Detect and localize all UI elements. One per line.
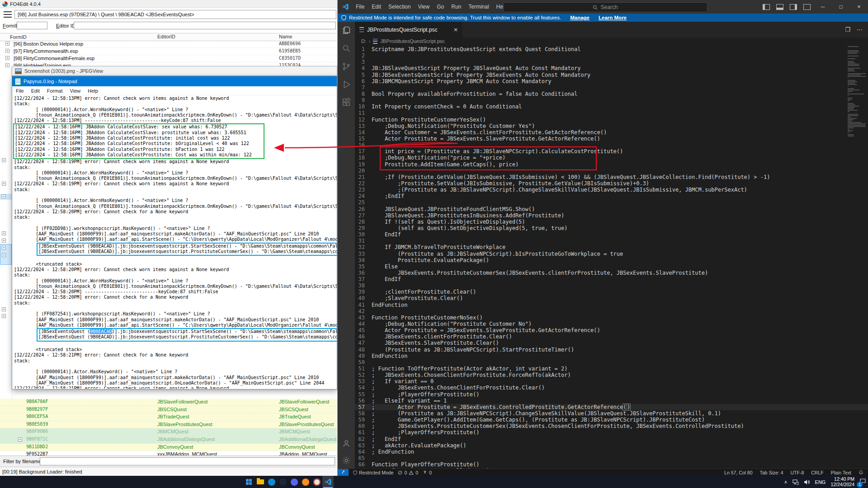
close-button[interactable]: × [850, 0, 868, 14]
code-line[interactable]: 23 ;(Prostitute as JB:JBSlaveNPCScript).… [355, 187, 868, 193]
code-line[interactable]: 40 ;SlaveProstitute.Clear() [355, 295, 868, 301]
taskbar-icon-start[interactable] [243, 476, 255, 488]
cursor-position[interactable]: Ln 57, Col 80 [724, 470, 752, 475]
command-center-search[interactable]: Search [503, 2, 708, 12]
customize-layout-icon[interactable] [803, 4, 811, 10]
code-line[interactable]: 58; (Prostitute as JB:JBSlaveNPCScript).… [355, 410, 868, 417]
table-row[interactable]: +[97] FlirtyCommonwealth.esp61958EB5 [0, 48, 337, 55]
taskbar-icon-firefox[interactable] [300, 476, 311, 488]
code-line[interactable]: 1Scriptname JB:JBProstitutesQuestScript … [355, 46, 868, 52]
volume-icon[interactable] [804, 479, 810, 485]
tray-expand-icon[interactable]: ∧ [784, 479, 787, 484]
code-line[interactable]: 41EndFunction [355, 302, 868, 308]
code-line[interactable]: 22 ;Prostitute.SetValue(JBIsSubmissive, … [355, 180, 868, 187]
menu-item-file[interactable]: File [12, 88, 28, 94]
code-line[interactable]: 27 JBSlaveQuest.JBProstitutesInBusiness.… [355, 212, 868, 219]
clock[interactable]: 12:40 PM 12/24/2024 [830, 477, 854, 487]
code-line[interactable]: 37 EndIf [355, 276, 868, 282]
code-line[interactable]: 46 JBSexEvents.clientForProstitute.Clear… [355, 333, 868, 340]
menu-file[interactable]: File [352, 4, 368, 10]
expander-icon[interactable]: + [5, 56, 9, 60]
table-row[interactable]: +[98] FlirtyCommonwealthFemale.espC83501… [0, 55, 337, 62]
input-language[interactable]: ENG [815, 479, 826, 485]
expander-icon[interactable]: + [18, 437, 22, 441]
table-row[interactable]: +9B0F871CJBAdditionalDialogsQuestJBAddit… [0, 436, 337, 444]
source-control-icon[interactable] [341, 61, 351, 71]
settings-gear-icon[interactable] [341, 455, 351, 465]
code-line[interactable]: 60; JBSexEvents.ProstituteCustomerSex(JB… [355, 423, 868, 429]
code-line[interactable]: 11 [355, 110, 868, 116]
formid-input[interactable] [17, 22, 47, 29]
code-line[interactable]: 26 JBSlaveQuest.JBProstituteFoundClientM… [355, 206, 868, 212]
menu-view[interactable]: View [414, 4, 433, 10]
code-line[interactable]: 56; ElseIf variant == 1 [355, 398, 868, 404]
code-line[interactable]: 52; JBSexEvents.ChosenClientForProstitut… [355, 372, 868, 378]
restricted-mode-badge[interactable]: Restricted Mode [353, 470, 393, 475]
code-line[interactable]: 30 EndIf [355, 231, 868, 238]
taskbar-icon-file-explorer[interactable] [255, 476, 266, 488]
action-center-icon[interactable]: 1 [859, 478, 866, 486]
code-line[interactable]: 38 [355, 282, 868, 289]
code-line[interactable]: 63; akActor.EvaluatePackage() [355, 442, 868, 449]
code-line[interactable]: 12Function ProstituteCustomerYesSex() [355, 117, 868, 123]
code-line[interactable]: 6JB:JBMCMQuestScript Property JBMCM Auto… [355, 78, 868, 84]
menu-item-help[interactable]: Help [84, 88, 102, 94]
code-line[interactable]: 64; EndFunction [355, 449, 868, 455]
code-line[interactable]: 7 [355, 84, 868, 91]
tab-jbprostitutesquestscript[interactable]: JBProstitutesQuestScript.psc ✕ [355, 22, 463, 38]
editorid-input[interactable] [74, 22, 336, 29]
encoding[interactable]: UTF-8 [790, 470, 804, 475]
code-line[interactable]: 45 Actor Prostitute = JBSexEvents.SlaveP… [355, 327, 868, 333]
search-sidebar-icon[interactable] [341, 43, 351, 53]
expander-icon[interactable]: + [2, 253, 6, 257]
code-line[interactable]: 50 [355, 359, 868, 366]
code-line[interactable]: 36 JBSexEvents.ProstituteCustomerSex(JBS… [355, 270, 868, 276]
more-actions-icon[interactable]: ⋯ [857, 26, 863, 33]
code-line[interactable]: 5JB:JBSexEventsQuestScript Property JBSe… [355, 72, 868, 78]
manage-link[interactable]: Manage [570, 15, 590, 20]
code-line[interactable]: 24 ;EndIf [355, 193, 868, 199]
expander-icon[interactable]: + [2, 307, 6, 311]
table-row[interactable]: 9B0CEF5AJBTradeQuestJBTradeQuest [0, 413, 337, 421]
code-line[interactable]: 8Bool Property availableForProstitution … [355, 91, 868, 97]
remote-indicator[interactable]: ⤤ [338, 469, 349, 476]
network-icon[interactable] [793, 479, 799, 485]
breadcrumbs[interactable]: D: › JBProstitutesQuestScript.psc [355, 38, 868, 45]
code-line[interactable]: 3 [355, 59, 868, 65]
code-line[interactable]: 47 JBSexEvents.SlaveProstitute.Clear() [355, 340, 868, 346]
toggle-panel-icon[interactable] [776, 4, 783, 10]
table-row[interactable]: 9B0B297FJBSCSQuestJBSCSQuest [0, 406, 337, 414]
code-line[interactable]: 53; If variant == 0 [355, 378, 868, 385]
menu-edit[interactable]: Edit [368, 4, 385, 10]
explorer-icon[interactable] [341, 25, 351, 35]
tab-close-icon[interactable]: ✕ [453, 27, 458, 33]
breadcrumb-drive[interactable]: D: [361, 38, 366, 44]
code-line[interactable]: 61; ;PlayerOffersProstitute() [355, 429, 868, 436]
breadcrumb[interactable]: [9B] Just Business.esp (97D9E27A) \ Ques… [14, 10, 336, 19]
expander-icon[interactable]: + [5, 49, 9, 53]
code-line[interactable]: 14 Actor Customer = JBSexEvents.clientFo… [355, 129, 868, 136]
fo4edit-titlebar[interactable]: FO4Edit 4.0.4 [0, 0, 337, 8]
account-icon[interactable] [341, 438, 351, 448]
tab-size[interactable]: Tab Size: 4 [760, 470, 783, 475]
code-line[interactable]: 10Int Property consentCheck = 0 Auto Con… [355, 103, 868, 110]
extensions-icon[interactable] [341, 98, 351, 108]
column-editorid[interactable]: EditorID [157, 34, 175, 39]
expander-icon[interactable]: + [5, 63, 9, 67]
code-line[interactable]: 32 If JBMCM.bTravelToProstituteWorkplace [355, 244, 868, 250]
code-line[interactable]: 15 Actor Prostitute = JBSexEvents.SlaveP… [355, 136, 868, 142]
code-line[interactable]: 43Function ProstituteCustomerNoSex() [355, 314, 868, 321]
code-line[interactable]: 25 [355, 199, 868, 206]
eol[interactable]: CRLF [811, 470, 823, 475]
menu-item-format[interactable]: Format [43, 88, 66, 94]
code-line[interactable]: 48 (Prostitute as JB:JBSlaveNPCScript).S… [355, 347, 868, 353]
code-line[interactable]: 21 ;If (Prostitute.GetValue(JBSlaveQuest… [355, 174, 868, 180]
table-row[interactable]: 9B11DBD2JBConvoyQuestJBConvoyQuest [0, 444, 337, 451]
code-line[interactable]: 2 [355, 52, 868, 59]
maximize-button[interactable]: □ [832, 0, 850, 14]
taskbar-icon-steam[interactable] [277, 476, 288, 488]
toggle-sidebar-icon[interactable] [763, 4, 770, 10]
code-line[interactable]: 29 (self as Quest).SetObjectiveDisplayed… [355, 225, 868, 231]
ports-badge[interactable]: 0 [423, 470, 432, 475]
menu-selection[interactable]: Selection [385, 4, 414, 10]
